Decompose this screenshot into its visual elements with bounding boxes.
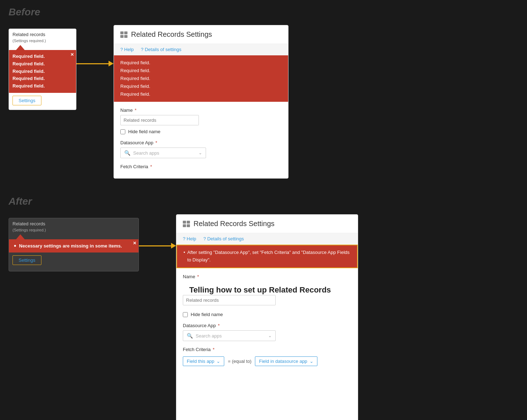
chevron-down-icon-after: ⌄	[268, 333, 272, 338]
tooltip-arrow-before	[16, 45, 25, 50]
settings-panel-before: Related Records Settings Help Details of…	[114, 25, 288, 179]
name-input-after[interactable]	[183, 295, 276, 305]
svg-rect-5	[187, 221, 190, 224]
hide-field-checkbox-before[interactable]	[120, 129, 125, 134]
datasource-required-star: *	[154, 140, 157, 145]
error-bullet-icon: •	[184, 249, 185, 256]
settings-title-bar-before: Related Records Settings	[114, 25, 288, 44]
name-label-before: Name *	[120, 108, 282, 113]
widget-tooltip-before: ✕ Required field. Required field. Requir…	[9, 50, 76, 93]
search-icon-before: 🔍	[124, 150, 130, 156]
error-banner-after: • After setting "Datasource App", set "F…	[176, 245, 358, 268]
svg-rect-4	[183, 221, 186, 224]
name-required-star-after: *	[196, 274, 199, 279]
settings-panel-title-after: Related Records Settings	[194, 220, 275, 228]
svg-rect-6	[183, 224, 186, 227]
search-apps-dropdown-before[interactable]: 🔍 Search apps ⌄	[120, 148, 206, 158]
after-section: Related records (Settings required.) ✕ •…	[0, 211, 527, 420]
field-datasource-label: Field in datasource app	[259, 359, 307, 364]
settings-panel-icon	[120, 31, 127, 38]
before-section: Related records (Settings required.) ✕ R…	[0, 21, 527, 189]
hide-field-checkbox-after[interactable]	[183, 312, 188, 317]
help-link-before[interactable]: Help	[120, 47, 134, 52]
arrow-head-before	[109, 61, 114, 66]
settings-help-bar-before: Help Details of settings	[114, 44, 288, 55]
widget-tooltip-after: ✕ • Necessary settings are missing in so…	[9, 239, 139, 252]
close-icon-after[interactable]: ✕	[133, 241, 136, 246]
fetch-criteria-label-before: Fetch Criteria *	[120, 164, 282, 169]
svg-rect-7	[187, 224, 190, 227]
name-input-before[interactable]	[120, 115, 199, 125]
error-line-3-before: Required field.	[120, 75, 282, 82]
before-label: Before	[0, 0, 527, 21]
hide-field-row-before: Hide field name	[120, 129, 282, 134]
hide-field-label-before: Hide field name	[128, 129, 160, 134]
arrow-line-before	[76, 63, 109, 64]
arrow-head-after	[171, 243, 176, 249]
error-line-5-before: Required field.	[120, 90, 282, 98]
error-line-1-before: Required field.	[120, 59, 282, 67]
bullet-dot-icon: •	[14, 242, 16, 250]
field-datasource-chevron: ⌄	[310, 359, 313, 364]
svg-rect-2	[120, 35, 124, 38]
details-link-after[interactable]: Details of settings	[204, 236, 244, 241]
settings-panel-title-before: Related Records Settings	[131, 30, 212, 39]
error-line-2-before: Required field.	[120, 67, 282, 75]
search-placeholder-after: Search apps	[196, 333, 268, 339]
field-this-app-dropdown[interactable]: Field this app ⌄	[183, 356, 224, 366]
help-link-after[interactable]: Help	[183, 236, 196, 241]
field-this-app-chevron: ⌄	[216, 359, 220, 364]
error-message-after: • After setting "Datasource App", set "F…	[184, 249, 351, 264]
required-line-2: Required field.	[12, 60, 72, 68]
search-icon-after: 🔍	[187, 333, 193, 339]
svg-rect-3	[124, 35, 127, 38]
tooltip-arrow-after	[16, 234, 25, 239]
settings-title-bar-after: Related Records Settings	[176, 215, 358, 233]
required-line-3: Required field.	[12, 68, 72, 75]
svg-rect-0	[120, 31, 124, 34]
datasource-label-before: Datasource App *	[120, 140, 282, 145]
datasource-label-after: Datasource App *	[183, 323, 351, 328]
error-text-after: After setting "Datasource App", set "Fet…	[187, 249, 351, 264]
settings-body-after: Name * Telling how to set up Related Rec…	[176, 268, 358, 372]
fetch-criteria-label-after: Fetch Criteria *	[183, 347, 351, 352]
widget-card-after: Related records (Settings required.) ✕ •…	[9, 218, 139, 271]
arrow-connector-before	[76, 61, 114, 66]
settings-body-before: Name * Hide field name Datasource App * …	[114, 102, 288, 175]
field-datasource-dropdown[interactable]: Field in datasource app ⌄	[255, 356, 317, 366]
widget-header-before: Related records	[9, 29, 76, 39]
widget-header-after: Related records	[9, 218, 139, 228]
hide-field-row-after: Hide field name	[183, 312, 351, 317]
after-label: After	[0, 189, 527, 211]
widget-card-before: Related records (Settings required.) ✕ R…	[9, 29, 76, 110]
arrow-line-after	[139, 245, 171, 246]
widget-settings-button-after[interactable]: Settings	[12, 255, 41, 265]
field-this-app-label: Field this app	[187, 359, 214, 364]
settings-help-bar-after: Help Details of settings	[176, 233, 358, 245]
datasource-required-star-after: *	[217, 323, 220, 328]
name-label-after: Name *	[183, 274, 199, 279]
settings-panel-icon-after	[183, 221, 190, 227]
telling-text: Telling how to set up Related Records	[183, 285, 337, 295]
tooltip-text-after: Necessary settings are missing in some i…	[19, 243, 122, 249]
name-required-star: *	[134, 108, 137, 113]
error-line-4-before: Required field.	[120, 82, 282, 90]
widget-subheader-before: (Settings required.)	[9, 39, 76, 45]
equal-to-label: = (equal to)	[228, 359, 251, 364]
required-line-4: Required field.	[12, 75, 72, 82]
chevron-down-icon-before: ⌄	[199, 150, 202, 155]
widget-subheader-after: (Settings required.)	[9, 228, 139, 234]
search-apps-dropdown-after[interactable]: 🔍 Search apps ⌄	[183, 330, 276, 341]
details-link-before[interactable]: Details of settings	[141, 47, 181, 52]
arrow-connector-after	[139, 243, 176, 249]
search-placeholder-before: Search apps	[133, 150, 199, 156]
fetch-required-star-after: *	[211, 347, 215, 352]
fetch-required-star: *	[149, 164, 152, 169]
required-line-1: Required field.	[12, 53, 72, 60]
svg-rect-1	[124, 31, 127, 34]
close-icon-before[interactable]: ✕	[70, 51, 74, 58]
hide-field-label-after: Hide field name	[191, 312, 223, 317]
widget-settings-button-before[interactable]: Settings	[12, 96, 41, 105]
fetch-row-after: Field this app ⌄ = (equal to) Field in d…	[183, 356, 351, 366]
error-banner-before: Required field. Required field. Required…	[114, 55, 288, 102]
